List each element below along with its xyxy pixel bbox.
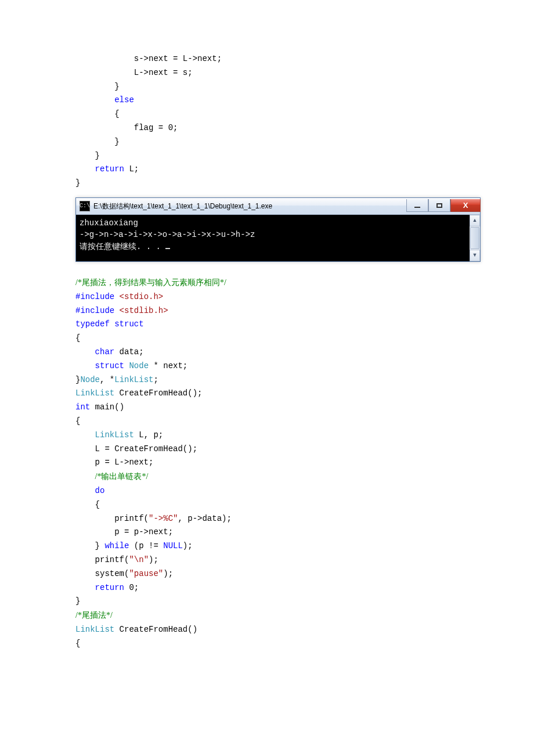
code-text: L; <box>124 164 139 174</box>
code-line: #include <stdio.h> <box>75 290 459 304</box>
window-title: E:\数据结构\text_1\text_1_1\text_1_1\Debug\t… <box>93 200 406 212</box>
comment: /*尾插法*/ <box>75 611 113 620</box>
code-block-bottom: /*尾插法，得到结果与输入元素顺序相同*/ #include <stdio.h>… <box>75 276 459 651</box>
keyword-else: else <box>114 95 134 105</box>
comment: /*输出单链表*/ <box>95 472 149 481</box>
code-text: (p != <box>129 541 163 550</box>
scrollbar[interactable]: ▲ ▼ <box>470 215 480 261</box>
code-text: printf( <box>75 555 129 564</box>
code-line: return 0; <box>75 581 459 595</box>
code-line: { <box>75 107 459 121</box>
keyword-do: do <box>95 486 105 495</box>
code-line: /*尾插法，得到结果与输入元素顺序相同*/ <box>75 276 459 290</box>
code-line: } <box>75 595 459 609</box>
include-path: <stdlib.h> <box>114 306 168 315</box>
code-line: LinkList L, p; <box>75 429 459 442</box>
window-titlebar[interactable]: C:\ E:\数据结构\text_1\text_1_1\text_1_1\Deb… <box>76 198 480 215</box>
code-line: } while (p != NULL); <box>75 539 459 553</box>
close-icon: X <box>463 199 468 212</box>
code-line: struct Node * next; <box>75 359 459 373</box>
code-line: return L; <box>75 163 459 177</box>
scroll-up-button[interactable]: ▲ <box>470 215 480 226</box>
keyword-return: return <box>95 164 124 174</box>
code-line: printf("\n"); <box>75 553 459 567</box>
code-line: LinkList CreateFromHead() <box>75 623 459 637</box>
document-page: s->next = L->next; L->next = s; } else {… <box>0 0 534 756</box>
code-line: } <box>75 149 459 163</box>
console-window: C:\ E:\数据结构\text_1\text_1_1\text_1_1\Deb… <box>75 197 481 262</box>
console-output: zhuxiaoxiang ->g->n->a->i->x->o->a->i->x… <box>76 215 470 261</box>
type-name: LinkList <box>75 625 114 634</box>
code-line: do <box>75 484 459 498</box>
console-line: ->g->n->a->i->x->o->a->i->x->u->h->z <box>80 230 255 239</box>
keyword-null: NULL <box>163 541 183 550</box>
code-line: /*输出单链表*/ <box>75 470 459 484</box>
code-line: flag = 0; <box>75 121 459 135</box>
minimize-button[interactable] <box>406 199 428 212</box>
code-line: L = CreateFromHead(); <box>75 442 459 456</box>
code-text: ); <box>149 555 158 564</box>
code-text: ); <box>163 569 173 578</box>
code-text: } <box>75 541 104 550</box>
type-name: LinkList <box>75 388 114 398</box>
cursor <box>165 248 170 249</box>
code-line: /*尾插法*/ <box>75 609 459 623</box>
code-line: p = L->next; <box>75 456 459 470</box>
code-line: { <box>75 637 459 651</box>
string-literal: "pause" <box>129 569 163 578</box>
code-text: CreateFromHead(); <box>114 388 202 398</box>
type-name: LinkList <box>114 375 153 384</box>
code-text: ); <box>183 541 193 550</box>
code-line: char data; <box>75 345 459 359</box>
code-text: L, p; <box>134 430 163 440</box>
scroll-down-button[interactable]: ▼ <box>470 250 480 261</box>
type-name: Node <box>129 361 149 370</box>
comment: /*尾插法，得到结果与输入元素顺序相同*/ <box>75 278 226 287</box>
code-line: printf("->%C", p->data); <box>75 512 459 526</box>
keyword-struct: struct <box>95 361 124 370</box>
window-controls: X <box>406 199 481 212</box>
code-text: , p->data); <box>178 514 231 523</box>
string-literal: "\n" <box>129 555 149 564</box>
code-text: 0; <box>124 583 139 592</box>
code-line: LinkList CreateFromHead(); <box>75 387 459 401</box>
maximize-button[interactable] <box>428 199 450 212</box>
code-block-top: s->next = L->next; L->next = s; } else {… <box>75 52 459 190</box>
code-text: system( <box>75 569 129 578</box>
code-line: { <box>75 332 459 345</box>
code-text: , * <box>100 375 114 384</box>
code-text: * next; <box>149 361 187 370</box>
keyword-char: char <box>95 347 115 357</box>
directive: #include <box>75 306 114 315</box>
close-button[interactable]: X <box>450 199 481 212</box>
code-text: ; <box>153 375 158 384</box>
code-text: main() <box>90 402 124 412</box>
console-line: 请按任意键继续. . . <box>80 242 165 251</box>
code-line: int main() <box>75 401 459 415</box>
code-line: } <box>75 177 459 190</box>
type-name: LinkList <box>95 430 134 440</box>
console-icon: C:\ <box>80 201 90 211</box>
code-line: L->next = s; <box>75 66 459 80</box>
scroll-thumb[interactable] <box>470 227 479 249</box>
keyword-while: while <box>104 541 129 550</box>
console-body: zhuxiaoxiang ->g->n->a->i->x->o->a->i->x… <box>76 215 480 261</box>
keyword-int: int <box>75 402 90 412</box>
code-line: { <box>75 415 459 429</box>
code-line: #include <stdlib.h> <box>75 304 459 318</box>
console-line: zhuxiaoxiang <box>80 218 138 228</box>
keyword-struct: struct <box>114 319 143 329</box>
code-line: }Node, *LinkList; <box>75 373 459 387</box>
keyword-typedef: typedef <box>75 319 110 329</box>
code-line: } <box>75 80 459 94</box>
code-line: else <box>75 93 459 107</box>
code-line: } <box>75 135 459 149</box>
code-line: s->next = L->next; <box>75 52 459 66</box>
code-text: data; <box>114 347 143 357</box>
code-line: typedef struct <box>75 318 459 332</box>
code-line: system("pause"); <box>75 567 459 581</box>
code-line: p = p->next; <box>75 525 459 539</box>
string-literal: "->%C" <box>149 514 178 523</box>
include-path: <stdio.h> <box>114 292 163 301</box>
spacer <box>75 262 459 276</box>
